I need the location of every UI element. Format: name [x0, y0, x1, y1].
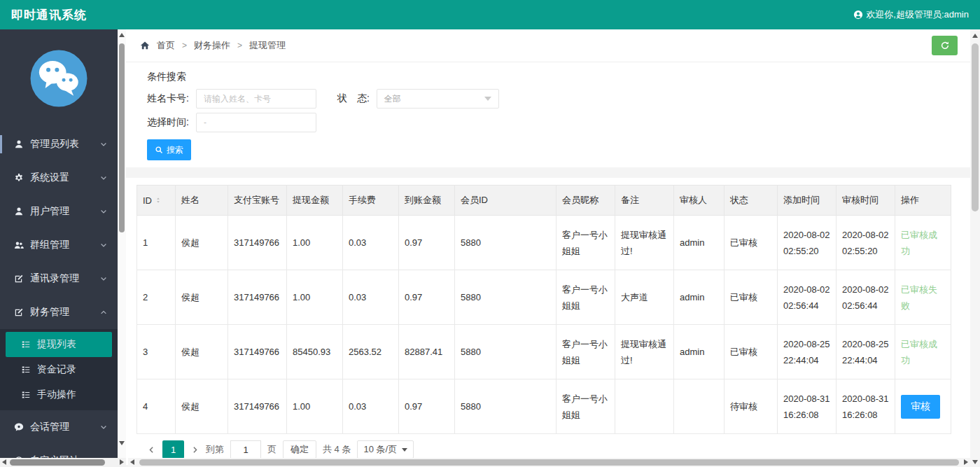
sidebar-item-contacts-management[interactable]: 通讯录管理 [0, 262, 118, 295]
cell-name: 侯超 [176, 379, 228, 434]
chevron-down-icon [99, 174, 108, 182]
column-header-nickname: 会员昵称 [556, 186, 615, 216]
scroll-up-arrow-icon[interactable] [119, 33, 125, 37]
pagination-page-button[interactable]: 1 [162, 440, 184, 459]
status-select[interactable]: 全部 [377, 89, 499, 109]
column-label: 提现金额 [293, 194, 329, 207]
cell-action: 已审核成功 [895, 216, 951, 270]
column-header-id[interactable]: ID [137, 186, 176, 216]
chevron-down-icon [99, 241, 108, 249]
main-vertical-scrollbar[interactable] [970, 29, 980, 467]
cell-account: 317149766 [228, 216, 287, 270]
search-icon [155, 146, 163, 154]
cell-arrival: 0.97 [399, 216, 455, 270]
pagination-next-button[interactable] [190, 445, 200, 454]
scroll-right-arrow-icon[interactable] [964, 459, 968, 465]
sidebar-subitem-label: 资金记录 [37, 363, 76, 376]
sidebar-horizontal-scrollbar[interactable] [0, 458, 126, 467]
cell-status: 已审核 [724, 325, 778, 379]
cell-remark [615, 379, 674, 434]
column-header-amount: 提现金额 [287, 186, 343, 216]
withdraw-table: ID姓名支付宝账号提现金额手续费到账金额会员ID会员昵称备注审核人状态添加时间审… [136, 185, 951, 434]
cell-action: 审核 [895, 379, 951, 434]
sidebar-item-admin-list[interactable]: 管理员列表 [0, 127, 118, 161]
cell-audit_time: 2020-08-02 02:56:44 [836, 270, 895, 325]
column-header-name: 姓名 [176, 186, 228, 216]
wechat-logo-icon [28, 48, 90, 109]
sidebar-item-system-settings[interactable]: 系统设置 [0, 161, 118, 195]
scroll-left-arrow-icon[interactable] [2, 459, 6, 465]
sidebar-subitem-withdraw-list[interactable]: 提现列表 [6, 332, 112, 357]
users-icon [14, 240, 24, 250]
sidebar-vertical-scrollbar[interactable] [118, 29, 126, 458]
pagination-prev-button[interactable] [147, 445, 156, 454]
main-scrollbar-thumb[interactable] [972, 43, 979, 211]
column-label: 添加时间 [783, 194, 820, 207]
sidebar-subitem-manual-operation[interactable]: 手动操作 [0, 382, 118, 407]
sidebar-item-label: 财务管理 [30, 306, 69, 319]
column-header-audit_time: 审核时间 [836, 186, 895, 216]
sidebar-scrollbar-thumb[interactable] [119, 43, 125, 232]
cell-remark: 提现审核通过! [615, 216, 674, 270]
column-label: 支付宝账号 [234, 194, 279, 207]
select-caret-icon [402, 448, 407, 452]
cell-audit_time: 2020-08-31 16:26:08 [836, 379, 895, 434]
refresh-button[interactable] [932, 36, 958, 55]
user-welcome[interactable]: 欢迎你,超级管理员:admin [853, 8, 969, 21]
breadcrumb-finance[interactable]: 财务操作 [194, 39, 230, 52]
column-header-auditor: 审核人 [674, 186, 724, 216]
cell-member_id: 5880 [455, 216, 556, 270]
per-page-value: 10 条/页 [363, 443, 397, 456]
sidebar-item-user-management[interactable]: 用户管理 [0, 195, 118, 228]
scroll-left-arrow-icon[interactable] [130, 459, 134, 465]
sidebar-item-label: 系统设置 [30, 172, 69, 184]
cell-status: 已审核 [724, 270, 778, 325]
sidebar-hscrollbar-thumb[interactable] [10, 459, 105, 466]
status-label: 状 态: [337, 92, 370, 105]
main-horizontal-scrollbar[interactable] [128, 458, 970, 467]
per-page-select[interactable]: 10 条/页 [357, 440, 414, 459]
table-row: 2侯超3171497661.000.030.975880客户一号小姐姐大声道ad… [137, 270, 951, 325]
cell-account: 317149766 [228, 325, 287, 379]
column-label: 审核时间 [842, 194, 878, 207]
submenu-finance-management: 提现列表资金记录手动操作 [0, 329, 118, 410]
chevron-down-icon [99, 423, 108, 431]
sidebar-subitem-fund-records[interactable]: 资金记录 [0, 357, 118, 382]
sidebar-item-session-management[interactable]: 会话管理 [0, 410, 118, 444]
app-header: 即时通讯系统 欢迎你,超级管理员:admin [0, 0, 980, 29]
cell-auditor: admin [674, 216, 724, 270]
action-status-text: 已审核失败 [901, 284, 937, 311]
goto-page-input[interactable] [230, 440, 261, 459]
name-card-input[interactable] [196, 89, 316, 109]
cell-nickname: 客户一号小姐姐 [556, 216, 615, 270]
chevron-down-icon [99, 140, 108, 148]
user-icon [14, 207, 24, 216]
cell-member_id: 5880 [455, 379, 556, 434]
time-range-input[interactable] [196, 113, 316, 132]
breadcrumb-home[interactable]: 首页 [157, 39, 175, 52]
cell-add_time: 2020-08-25 22:44:04 [778, 325, 836, 379]
cell-auditor [674, 379, 724, 434]
column-header-add_time: 添加时间 [778, 186, 836, 216]
search-button[interactable]: 搜索 [147, 139, 191, 160]
cell-nickname: 客户一号小姐姐 [556, 379, 615, 434]
column-label: 手续费 [349, 194, 376, 207]
sort-icon[interactable] [155, 197, 162, 204]
cell-action: 已审核失败 [895, 270, 951, 325]
refresh-icon [940, 41, 950, 50]
sidebar-item-finance-management[interactable]: 财务管理 [0, 295, 118, 329]
user-icon [14, 139, 24, 149]
main-hscrollbar-thumb[interactable] [139, 459, 959, 466]
scroll-down-arrow-icon[interactable] [119, 441, 125, 445]
sidebar-item-label: 管理员列表 [30, 138, 79, 151]
column-label: ID [143, 195, 152, 206]
scroll-down-arrow-icon[interactable] [972, 460, 978, 464]
goto-confirm-button[interactable]: 确定 [283, 440, 316, 459]
scroll-right-arrow-icon[interactable] [120, 459, 124, 465]
sidebar-item-group-management[interactable]: 群组管理 [0, 228, 118, 262]
audit-button[interactable]: 审核 [901, 395, 940, 419]
scroll-up-arrow-icon[interactable] [972, 34, 978, 38]
chevron-down-icon [99, 274, 108, 283]
breadcrumb: 首页 > 财务操作 > 提现管理 [140, 39, 286, 52]
cell-member_id: 5880 [455, 325, 556, 379]
